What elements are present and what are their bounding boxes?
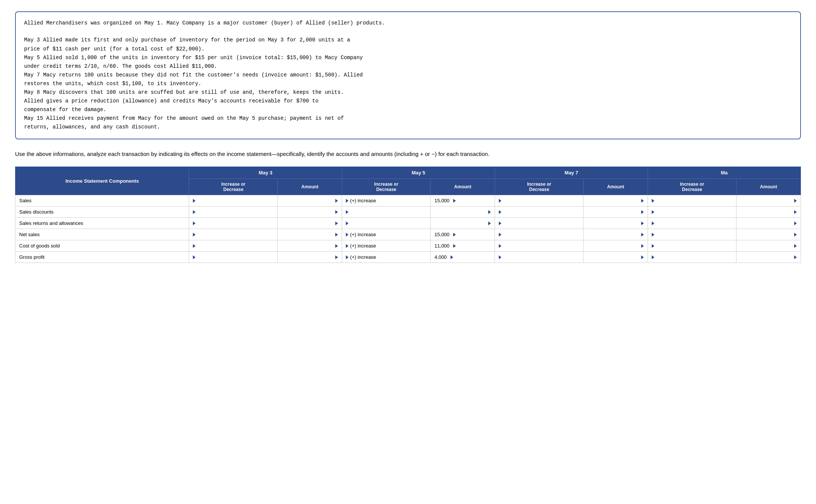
dropdown-arrow <box>453 199 456 203</box>
cell-may3-dir-3[interactable] <box>189 229 278 240</box>
cell-may3-dir-4[interactable] <box>189 240 278 252</box>
col-sub-may3-dir: Increase orDecrease <box>189 179 278 195</box>
cell-may3-amt-3[interactable] <box>278 229 342 240</box>
dropdown-arrow <box>641 210 644 214</box>
intro-may8: May 8 Macy discovers that 100 units are … <box>24 88 792 114</box>
dropdown-arrow <box>488 210 491 214</box>
cell-ma-dir-3[interactable] <box>648 229 737 240</box>
cell-may5-dir-1[interactable] <box>342 206 431 218</box>
dropdown-arrow <box>794 233 797 237</box>
dropdown-arrow <box>335 210 338 214</box>
cell-ma-dir-4[interactable] <box>648 240 737 252</box>
row-label-5: Gross profit <box>15 252 189 263</box>
cell-may3-amt-1[interactable] <box>278 206 342 218</box>
cell-may7-dir-5[interactable] <box>495 252 584 263</box>
dropdown-arrow <box>641 221 644 225</box>
table-row: Net sales(+) increase15,000 <box>15 229 801 240</box>
cell-may3-amt-0[interactable] <box>278 195 342 206</box>
cell-ma-amt-0[interactable] <box>737 195 801 206</box>
dropdown-arrow <box>451 255 453 259</box>
cell-may7-dir-2[interactable] <box>495 218 584 229</box>
cell-may3-amt-5[interactable] <box>278 252 342 263</box>
cell-ma-dir-2[interactable] <box>648 218 737 229</box>
dropdown-arrow <box>641 255 644 259</box>
cell-may7-amt-5[interactable] <box>584 252 648 263</box>
dropdown-arrow <box>193 199 196 203</box>
table-row: Cost of goods sold(+) increase11,000 <box>15 240 801 252</box>
col-sub-ma-amt: Amount <box>737 179 801 195</box>
cell-may7-dir-1[interactable] <box>495 206 584 218</box>
cell-may5-amt-5[interactable]: 4,000 <box>431 252 495 263</box>
dropdown-arrow <box>794 210 797 214</box>
dropdown-arrow <box>641 233 644 237</box>
cell-may7-amt-3[interactable] <box>584 229 648 240</box>
row-label-1: Sales discounts <box>15 206 189 218</box>
cell-may3-dir-5[interactable] <box>189 252 278 263</box>
col-header-may5: May 5 <box>342 167 495 179</box>
cell-ma-amt-2[interactable] <box>737 218 801 229</box>
dropdown-arrow <box>335 255 338 259</box>
cell-may5-dir-4[interactable]: (+) increase <box>342 240 431 252</box>
col-header-ma: Ma <box>648 167 801 179</box>
intro-opening: Allied Merchandisers was organized on Ma… <box>24 19 792 27</box>
cell-ma-dir-0[interactable] <box>648 195 737 206</box>
dropdown-arrow <box>652 233 654 237</box>
dropdown-arrow <box>499 199 501 203</box>
cell-may7-amt-0[interactable] <box>584 195 648 206</box>
col-sub-may5-dir: Increase orDecrease <box>342 179 431 195</box>
cell-may3-dir-1[interactable] <box>189 206 278 218</box>
cell-ma-dir-1[interactable] <box>648 206 737 218</box>
dropdown-arrow <box>453 233 456 237</box>
dropdown-arrow <box>652 210 654 214</box>
cell-may5-dir-5[interactable]: (+) increase <box>342 252 431 263</box>
dropdown-arrow <box>453 244 456 248</box>
cell-may7-dir-0[interactable] <box>495 195 584 206</box>
cell-ma-amt-1[interactable] <box>737 206 801 218</box>
cell-may3-amt-2[interactable] <box>278 218 342 229</box>
dropdown-arrow <box>488 221 491 225</box>
cell-may7-amt-2[interactable] <box>584 218 648 229</box>
cell-may5-dir-2[interactable] <box>342 218 431 229</box>
dropdown-arrow <box>193 233 196 237</box>
dropdown-arrow <box>652 199 654 203</box>
cell-may5-dir-0[interactable]: (+) increase <box>342 195 431 206</box>
intro-may5: May 5 Allied sold 1,000 of the units in … <box>24 53 792 71</box>
row-label-4: Cost of goods sold <box>15 240 189 252</box>
cell-may5-amt-0[interactable]: 15,000 <box>431 195 495 206</box>
dropdown-arrow <box>346 221 348 225</box>
cell-may3-dir-0[interactable] <box>189 195 278 206</box>
cell-may5-amt-4[interactable]: 11,000 <box>431 240 495 252</box>
cell-ma-amt-4[interactable] <box>737 240 801 252</box>
dropdown-arrow <box>346 233 348 237</box>
intro-box: Allied Merchandisers was organized on Ma… <box>15 11 801 139</box>
dropdown-arrow <box>499 233 501 237</box>
cell-may7-dir-4[interactable] <box>495 240 584 252</box>
cell-may7-dir-3[interactable] <box>495 229 584 240</box>
cell-may5-dir-3[interactable]: (+) increase <box>342 229 431 240</box>
row-label-2: Sales returns and allowances <box>15 218 189 229</box>
cell-may5-amt-1[interactable] <box>431 206 495 218</box>
cell-may5-amt-3[interactable]: 15,000 <box>431 229 495 240</box>
dropdown-arrow <box>794 244 797 248</box>
table-row: Sales discounts <box>15 206 801 218</box>
dropdown-arrow <box>335 233 338 237</box>
dropdown-arrow <box>346 244 348 248</box>
table-row: Sales returns and allowances <box>15 218 801 229</box>
col-sub-ma-dir: Increase orDecrease <box>648 179 737 195</box>
cell-ma-amt-5[interactable] <box>737 252 801 263</box>
col-sub-may5-amt: Amount <box>431 179 495 195</box>
dropdown-arrow <box>652 255 654 259</box>
cell-may3-dir-2[interactable] <box>189 218 278 229</box>
dropdown-arrow <box>652 221 654 225</box>
row-label-3: Net sales <box>15 229 189 240</box>
col-header-label: Income Statement Components <box>15 167 189 195</box>
dropdown-arrow <box>499 244 501 248</box>
table-row: Gross profit(+) increase4,000 <box>15 252 801 263</box>
col-header-may3: May 3 <box>189 167 342 179</box>
cell-may7-amt-4[interactable] <box>584 240 648 252</box>
cell-ma-dir-5[interactable] <box>648 252 737 263</box>
cell-may7-amt-1[interactable] <box>584 206 648 218</box>
cell-may5-amt-2[interactable] <box>431 218 495 229</box>
cell-may3-amt-4[interactable] <box>278 240 342 252</box>
cell-ma-amt-3[interactable] <box>737 229 801 240</box>
